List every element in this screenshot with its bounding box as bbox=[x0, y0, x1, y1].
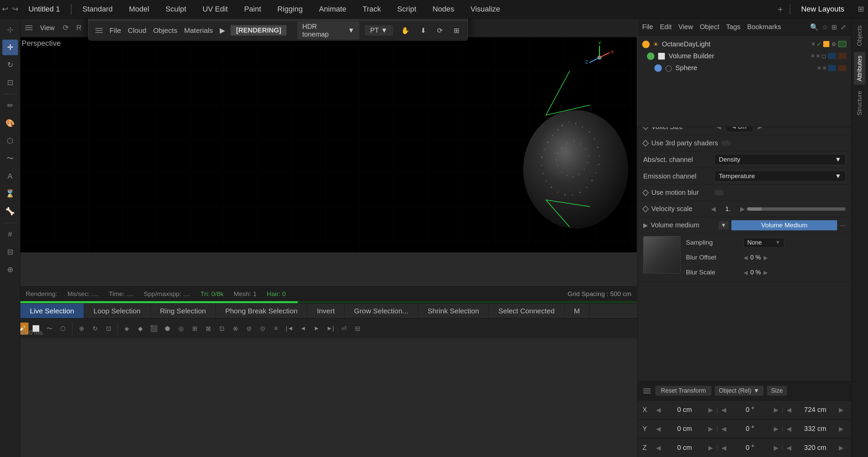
vol-expand-button[interactable]: ▼ bbox=[718, 221, 729, 229]
sidebar-paint-tool[interactable]: 🎨 bbox=[2, 116, 18, 131]
sidebar-select-tool[interactable]: ⊹ bbox=[2, 22, 18, 38]
sidebar-bone-tool[interactable]: 🦴 bbox=[2, 204, 18, 219]
sidebar-move-tool[interactable]: ✛ bbox=[2, 40, 18, 55]
bt-icon-12[interactable]: ≡ bbox=[270, 323, 282, 335]
size-button[interactable]: Size bbox=[767, 386, 787, 396]
sidebar-scale-tool[interactable]: ⊡ bbox=[2, 75, 18, 90]
menu-rigging[interactable]: Rigging bbox=[269, 0, 311, 18]
bt-icon-7[interactable]: ⊠ bbox=[202, 323, 214, 335]
sel-ring-selection[interactable]: Ring Selection bbox=[151, 304, 216, 318]
lv-materials-menu[interactable]: Materials bbox=[184, 26, 213, 35]
attr-tab-attributes[interactable]: Attributes bbox=[854, 52, 865, 85]
bt-icon-8[interactable]: ⊡ bbox=[216, 323, 228, 335]
bt-icon-18[interactable]: ⊟ bbox=[351, 323, 363, 335]
sidebar-grid-tool[interactable]: # bbox=[2, 227, 18, 242]
sel-phong-break[interactable]: Phong Break Selection bbox=[216, 304, 308, 318]
om-layers-icon[interactable]: ⊞ bbox=[831, 23, 837, 31]
viewport-3d[interactable]: View ⟳ R ⚙ 🔒 ⬜ ◈ ⟳ ◯ ○ ⊕ ∿ Perspective bbox=[20, 19, 637, 286]
lv-icon-reload[interactable]: ⟳ bbox=[434, 25, 446, 36]
blur-scale-right-arrow[interactable]: ▶ bbox=[764, 269, 768, 276]
new-layouts-button[interactable]: New Layouts bbox=[792, 0, 854, 18]
menu-standard[interactable]: Standard bbox=[74, 0, 121, 18]
om-expand-icon[interactable]: ⤢ bbox=[841, 23, 846, 31]
samp-sampling-dropdown[interactable]: None ▼ bbox=[744, 238, 784, 248]
add-layout-icon[interactable]: + bbox=[772, 4, 788, 15]
menu-visualize[interactable]: Visualize bbox=[462, 0, 508, 18]
om-search-icon[interactable]: 🔍 bbox=[810, 23, 818, 31]
menu-uvedit[interactable]: UV Edit bbox=[194, 0, 236, 18]
y-rotation[interactable]: 0 ° bbox=[730, 425, 770, 433]
attr-tab-structure[interactable]: Structure bbox=[854, 87, 865, 119]
z-rot-left[interactable]: ◀ bbox=[722, 444, 726, 452]
om-tags-menu[interactable]: Tags bbox=[726, 23, 741, 31]
sidebar-text-tool[interactable]: A bbox=[2, 168, 18, 184]
sel-live-selection[interactable]: Live Selection bbox=[20, 304, 84, 318]
abs-sct-dropdown[interactable]: Density ▼ bbox=[714, 154, 846, 165]
bt-icon-17[interactable]: ⏎ bbox=[338, 323, 350, 335]
bt-icon-3[interactable]: ⬛ bbox=[148, 323, 160, 335]
render-viewport[interactable]: X Y Z bbox=[20, 37, 637, 252]
lv-objects-menu[interactable]: Objects bbox=[153, 26, 177, 35]
menu-nodes[interactable]: Nodes bbox=[425, 0, 462, 18]
blur-offset-right-arrow[interactable]: ▶ bbox=[764, 254, 768, 261]
z-size-right[interactable]: ▶ bbox=[839, 444, 844, 452]
undo-icon[interactable]: ↩ bbox=[0, 5, 10, 14]
sel-m[interactable]: M bbox=[565, 304, 590, 318]
bt-icon-poly[interactable]: ⬡ bbox=[57, 323, 69, 335]
lv-hamburger[interactable] bbox=[94, 27, 104, 34]
obj-item-octanedaylight[interactable]: ☀ OctaneDayLight ≡ ✓ ⚙ bbox=[637, 38, 851, 50]
obj-item-sphere[interactable]: ◯ Sphere ≡ ≡ bbox=[637, 62, 851, 74]
lv-render-mode[interactable]: PT ▼ bbox=[365, 25, 393, 36]
velocity-left-arrow[interactable]: ◀ bbox=[711, 205, 716, 213]
sidebar-deform-tool[interactable]: ⌛ bbox=[2, 186, 18, 202]
x-size[interactable]: 724 cm bbox=[795, 406, 835, 414]
lv-icon-down[interactable]: ⬇ bbox=[418, 25, 429, 36]
sel-select-connected[interactable]: Select Connected bbox=[489, 304, 565, 318]
bt-icon-5[interactable]: ◎ bbox=[175, 323, 187, 335]
y-size-right[interactable]: ▶ bbox=[839, 425, 844, 433]
y-rot-left[interactable]: ◀ bbox=[722, 425, 726, 433]
bt-icon-move[interactable]: ⊕ bbox=[75, 323, 87, 335]
om-bookmarks-menu[interactable]: Bookmarks bbox=[747, 23, 781, 31]
bt-icon-2[interactable]: ◆ bbox=[134, 323, 146, 335]
x-position[interactable]: 0 cm bbox=[664, 406, 705, 414]
lv-icon-grid[interactable]: ⊞ bbox=[451, 25, 462, 36]
lv-file-menu[interactable]: File bbox=[110, 26, 121, 35]
bt-icon-9[interactable]: ⊗ bbox=[229, 323, 241, 335]
lv-tonemap-dropdown[interactable]: HDR tonemap ▼ bbox=[297, 21, 359, 40]
sidebar-align-tool[interactable]: ⊟ bbox=[2, 244, 18, 260]
x-rot-left[interactable]: ◀ bbox=[722, 406, 726, 414]
bt-icon-1[interactable]: ◈ bbox=[121, 323, 133, 335]
y-size[interactable]: 332 cm bbox=[795, 425, 835, 433]
x-rotation[interactable]: 0 ° bbox=[730, 406, 770, 414]
lv-icon-hand[interactable]: ✋ bbox=[398, 25, 412, 36]
vp-toolbar-icon-1[interactable]: ⟳ bbox=[61, 22, 71, 34]
bt-icon-lasso[interactable]: 〜 bbox=[43, 323, 56, 335]
vol-value-button[interactable]: Volume Medium bbox=[731, 220, 837, 230]
z-rotation[interactable]: 0 ° bbox=[730, 444, 770, 452]
z-pos-right[interactable]: ▶ bbox=[708, 444, 713, 452]
x-pos-right[interactable]: ▶ bbox=[708, 406, 713, 414]
om-view-menu[interactable]: View bbox=[678, 23, 693, 31]
blur-scale-left-arrow[interactable]: ◀ bbox=[744, 269, 748, 276]
vol-dots-button[interactable]: ··· bbox=[840, 221, 846, 229]
menu-animate[interactable]: Animate bbox=[311, 0, 355, 18]
sel-grow-selection[interactable]: Grow Selection... bbox=[344, 304, 418, 318]
shaders-checkbox[interactable] bbox=[722, 141, 731, 146]
z-rot-right[interactable]: ▶ bbox=[774, 444, 778, 452]
sel-loop-selection[interactable]: Loop Selection bbox=[84, 304, 151, 318]
x-rot-right[interactable]: ▶ bbox=[774, 406, 778, 414]
transform-hamburger[interactable] bbox=[642, 387, 652, 395]
bt-icon-16[interactable]: ►| bbox=[324, 323, 336, 335]
attr-tab-objects[interactable]: Objects bbox=[854, 22, 865, 49]
y-size-left[interactable]: ◀ bbox=[787, 425, 791, 433]
redo-icon[interactable]: ↪ bbox=[10, 5, 20, 14]
velocity-value[interactable]: 1. bbox=[718, 205, 738, 213]
y-pos-left[interactable]: ◀ bbox=[656, 425, 661, 433]
layout-toggle-icon[interactable]: ⊞ bbox=[854, 5, 868, 14]
x-pos-left[interactable]: ◀ bbox=[656, 406, 661, 414]
sidebar-draw-tool[interactable]: ✏ bbox=[2, 98, 18, 113]
lv-more-icon[interactable]: ▶ bbox=[220, 26, 225, 35]
bt-icon-scale[interactable]: ⊡ bbox=[102, 323, 115, 335]
bt-icon-rotate[interactable]: ↻ bbox=[89, 323, 101, 335]
